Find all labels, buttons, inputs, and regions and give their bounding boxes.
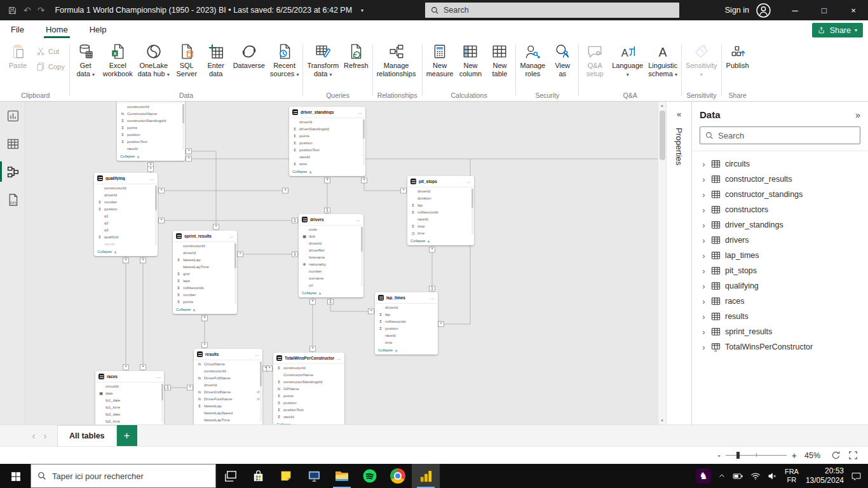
table-field[interactable]: url [299, 281, 363, 288]
data-table-drivers[interactable]: ›drivers [700, 233, 860, 248]
table-field[interactable]: Σmilliseconds [173, 284, 237, 291]
table-field[interactable]: fxDriverForeName⊘ [194, 395, 262, 402]
table-field[interactable]: driverId [375, 304, 438, 311]
collapse-link[interactable]: Collapse ∧ [117, 152, 185, 161]
table-field[interactable]: fp1_time [95, 403, 164, 410]
table-field[interactable]: fp2_time [95, 417, 164, 424]
table-field[interactable]: fastestLapTime [194, 416, 262, 423]
table-field[interactable]: Σmilliseconds [407, 208, 474, 215]
ribbon-button-refresh[interactable]: Refresh [342, 43, 370, 71]
expand-chevron-icon[interactable]: › [701, 236, 707, 245]
ribbon-button-new-measure[interactable]: Newmeasure [424, 43, 456, 79]
card-scrollbar[interactable] [260, 362, 262, 421]
table-field[interactable]: ΣdriverStandingsId [289, 125, 365, 132]
collapse-link[interactable]: Collapse ∧ [173, 305, 237, 314]
card-scrollbar[interactable] [182, 104, 184, 150]
table-field[interactable]: fxCircuitName [194, 360, 262, 367]
table-field[interactable]: Σposition [117, 131, 185, 138]
table-menu-icon[interactable]: … [430, 295, 435, 300]
ribbon-button-view-as[interactable]: Viewas [548, 43, 576, 79]
table-field[interactable]: ΣpositionText [273, 406, 344, 413]
clock[interactable]: 20:5313/05/2024 [806, 466, 844, 485]
table-menu-icon[interactable]: … [337, 356, 341, 360]
ribbon-button-transform-data[interactable]: Transformdata ▾ [305, 43, 341, 79]
expand-chevron-icon[interactable]: › [701, 297, 707, 306]
collapse-data-panel-icon[interactable]: » [855, 110, 860, 120]
card-scrollbar[interactable] [155, 186, 157, 245]
title-dropdown-icon[interactable]: ▾ [361, 8, 363, 13]
scroll-up-icon[interactable]: ▲ [658, 102, 666, 109]
table-field[interactable]: Σwins [289, 160, 365, 167]
sign-in-link[interactable]: Sign in [719, 6, 756, 15]
model-canvas[interactable]: ******1***1***1******1**11******construc… [25, 102, 658, 424]
data-table-sprint-results[interactable]: ›sprint_results [700, 324, 860, 339]
table-field[interactable]: Σposition [273, 399, 344, 406]
zoom-in-button[interactable]: + [792, 451, 797, 461]
taskbar-app-spotify[interactable] [356, 464, 384, 488]
table-field[interactable]: circuitId [95, 383, 164, 390]
model-table-constructor-standings[interactable]: constructor_standings…constructorIdfxCon… [117, 102, 185, 161]
ribbon-button-sql-server[interactable]: SQLServer [173, 43, 201, 79]
collapse-link[interactable]: Collapse ∧ [289, 167, 365, 176]
table-field[interactable]: ΣpositionText [289, 146, 365, 153]
reset-zoom-icon[interactable] [831, 451, 841, 460]
table-field[interactable]: Σpoints [273, 392, 344, 399]
taskbar-app-power-bi[interactable] [412, 464, 440, 488]
model-table-pit-stops[interactable]: pit_stops…driverIddurationΣlapΣmilliseco… [407, 176, 474, 245]
table-field[interactable]: Σposition [94, 205, 158, 212]
table-field[interactable]: fxDriver2ndName⊘ [194, 388, 262, 395]
global-search[interactable]: Search [425, 3, 679, 18]
ribbon-button-get-data[interactable]: Getdata ▾ [72, 43, 100, 79]
ribbon-button-dataverse[interactable]: Dataverse [231, 43, 267, 71]
table-field[interactable]: fastestLapSpeed [194, 409, 262, 416]
table-field[interactable]: raceId [289, 153, 365, 160]
table-field[interactable]: ΣconstructorStandingsId [117, 117, 185, 124]
table-field[interactable]: raceId [94, 240, 158, 247]
notification-center-icon[interactable] [851, 471, 862, 481]
expand-chevron-icon[interactable]: › [701, 342, 707, 352]
taskbar-app-file-explorer[interactable] [328, 464, 356, 488]
expand-chevron-icon[interactable]: › [701, 312, 707, 322]
sidebar-item-dax-query-view[interactable]: DAX [0, 186, 25, 214]
table-field[interactable]: fxDriverFullName [194, 374, 262, 381]
sidebar-item-model-view[interactable] [0, 158, 25, 186]
table-field[interactable]: raceId [117, 145, 185, 152]
battery-icon[interactable] [733, 471, 743, 481]
expand-chevron-icon[interactable]: › [701, 327, 707, 337]
ribbon-button-publish[interactable]: Publish [724, 43, 752, 71]
table-field[interactable]: constructorId [173, 242, 237, 249]
table-field[interactable]: code [299, 226, 363, 233]
volume-muted-icon[interactable] [768, 471, 778, 480]
table-field[interactable]: fp2_date [95, 410, 164, 417]
table-field[interactable]: ◷time [407, 229, 474, 236]
sidebar-item-table-view[interactable] [0, 130, 25, 158]
data-table-constructor-standings[interactable]: ›constructor_standings [700, 187, 860, 202]
data-search[interactable] [700, 126, 860, 144]
data-table-races[interactable]: ›races [700, 294, 860, 309]
table-field[interactable]: Σlap [375, 311, 438, 318]
expand-chevron-icon[interactable]: › [701, 251, 707, 261]
sidebar-item-report-view[interactable] [0, 102, 25, 130]
table-field[interactable]: constructorId [117, 103, 185, 110]
card-scrollbar[interactable] [471, 189, 473, 234]
scrollbar-thumb[interactable] [660, 111, 665, 160]
table-field[interactable]: time [375, 339, 438, 346]
table-field[interactable]: forename [299, 254, 363, 261]
language-indicator[interactable]: FRAFR [785, 468, 799, 484]
taskbar-app-sticky-notes[interactable] [272, 464, 300, 488]
model-table-races[interactable]: races…circuitId▦datefp1_datefp1_timefp2_… [95, 371, 164, 424]
collapse-link[interactable]: Collapse ∧ [407, 236, 474, 245]
ribbon-button-linguistic-schema[interactable]: ALinguisticschema ▾ [646, 43, 679, 79]
ribbon-button-manage-roles[interactable]: Manageroles [518, 43, 547, 79]
ribbon-button-language[interactable]: ALanguage▾ [610, 43, 645, 79]
table-field[interactable]: fxConstructorName [117, 110, 185, 117]
table-field[interactable]: number [299, 268, 363, 274]
taskbar-app-task-view[interactable] [216, 464, 244, 488]
table-field[interactable]: raceId [375, 332, 438, 339]
table-field[interactable]: constructorId [94, 184, 158, 191]
data-table-constructor-results[interactable]: ›constructor_results [700, 172, 860, 187]
ribbon-button-manage-relationships[interactable]: Managerelationships [375, 43, 418, 79]
table-field[interactable]: driverId [407, 187, 474, 194]
redo-icon[interactable]: ↷ [37, 5, 45, 15]
table-field[interactable]: q2 [94, 219, 158, 226]
